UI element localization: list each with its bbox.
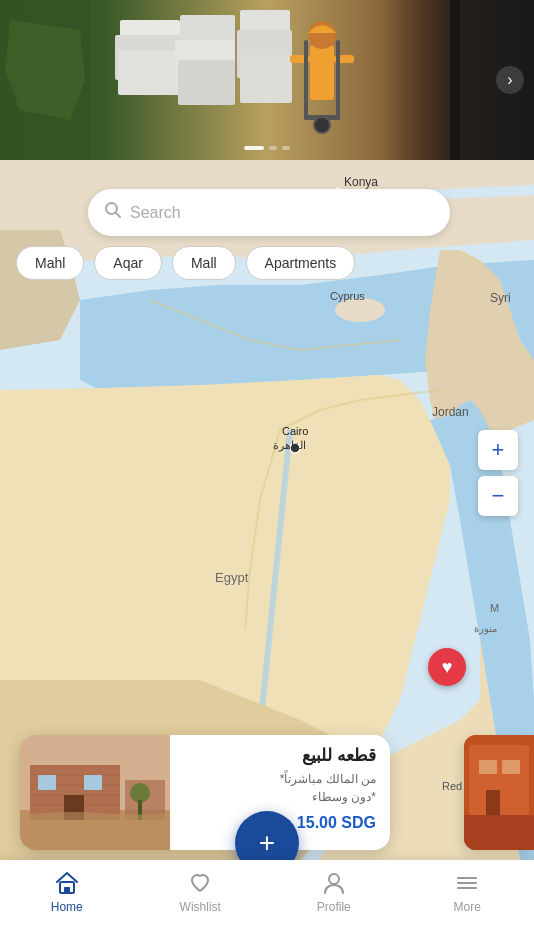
svg-text:Jordan: Jordan	[432, 405, 469, 419]
zoom-in-button[interactable]: +	[478, 430, 518, 470]
svg-rect-52	[502, 760, 520, 774]
search-bar[interactable]: Search	[88, 189, 450, 236]
wishlist-heart-button[interactable]: ♥	[428, 648, 466, 686]
category-pills: Mahl Aqar Mall Apartments	[16, 246, 355, 280]
card-peek[interactable]	[464, 735, 534, 850]
svg-text:Cairo: Cairo	[282, 425, 308, 437]
nav-label-profile: Profile	[317, 900, 351, 914]
svg-text:Egypt: Egypt	[215, 570, 249, 585]
svg-rect-54	[464, 815, 534, 850]
svg-rect-29	[304, 40, 308, 120]
svg-rect-45	[84, 775, 102, 790]
nav-label-home: Home	[51, 900, 83, 914]
svg-point-32	[314, 117, 330, 133]
hero-dot-3[interactable]	[282, 146, 290, 150]
search-icon	[104, 201, 122, 224]
bottom-navigation: Home Wishlist Profile More	[0, 860, 534, 950]
hero-banner: ›	[0, 0, 534, 160]
hero-background: ›	[0, 0, 534, 160]
svg-text:Syri: Syri	[490, 291, 511, 305]
hero-arrow-icon: ›	[507, 71, 512, 89]
svg-rect-53	[486, 790, 500, 815]
svg-text:منورة: منورة	[474, 623, 497, 635]
hero-dot-2[interactable]	[269, 146, 277, 150]
nav-item-more[interactable]: More	[401, 870, 535, 914]
svg-text:Cyprus: Cyprus	[330, 290, 365, 302]
category-apartments[interactable]: Apartments	[246, 246, 356, 280]
profile-icon	[321, 870, 347, 896]
hero-next-button[interactable]: ›	[496, 66, 524, 94]
search-placeholder: Search	[130, 204, 181, 222]
hero-dot-1[interactable]	[244, 146, 264, 150]
svg-rect-30	[336, 40, 340, 120]
svg-rect-18	[118, 50, 181, 95]
nav-item-profile[interactable]: Profile	[267, 870, 401, 914]
card-title: قطعه للبيع	[184, 745, 376, 766]
more-icon	[454, 870, 480, 896]
nav-item-wishlist[interactable]: Wishlist	[134, 870, 268, 914]
heart-nav-icon	[187, 870, 213, 896]
svg-point-57	[329, 874, 339, 884]
svg-text:القاهرة: القاهرة	[273, 439, 306, 452]
zoom-out-button[interactable]: −	[478, 476, 518, 516]
svg-rect-21	[178, 60, 235, 105]
svg-rect-51	[479, 760, 497, 774]
svg-rect-25	[310, 45, 334, 100]
nav-label-wishlist: Wishlist	[180, 900, 221, 914]
hero-dots	[244, 146, 290, 150]
add-icon: +	[259, 829, 275, 857]
category-aqar[interactable]: Aqar	[94, 246, 162, 280]
card-subtitle-1: من المالك مباشرتاً*	[184, 770, 376, 788]
category-mahl[interactable]: Mahl	[16, 246, 84, 280]
card-image	[20, 735, 170, 850]
nav-item-home[interactable]: Home	[0, 870, 134, 914]
card-subtitle-2: *دون وسطاء	[184, 788, 376, 806]
property-card[interactable]: قطعه للبيع من المالك مباشرتاً* *دون وسطا…	[20, 735, 390, 850]
zoom-controls: + −	[478, 430, 518, 516]
svg-rect-24	[240, 55, 292, 103]
nav-label-more: More	[454, 900, 481, 914]
category-mall[interactable]: Mall	[172, 246, 236, 280]
heart-icon: ♥	[442, 657, 453, 678]
svg-rect-34	[380, 0, 460, 160]
svg-rect-44	[38, 775, 56, 790]
svg-text:Konya: Konya	[344, 175, 378, 189]
svg-rect-56	[64, 887, 70, 893]
svg-text:M: M	[490, 602, 499, 614]
home-icon	[54, 870, 80, 896]
